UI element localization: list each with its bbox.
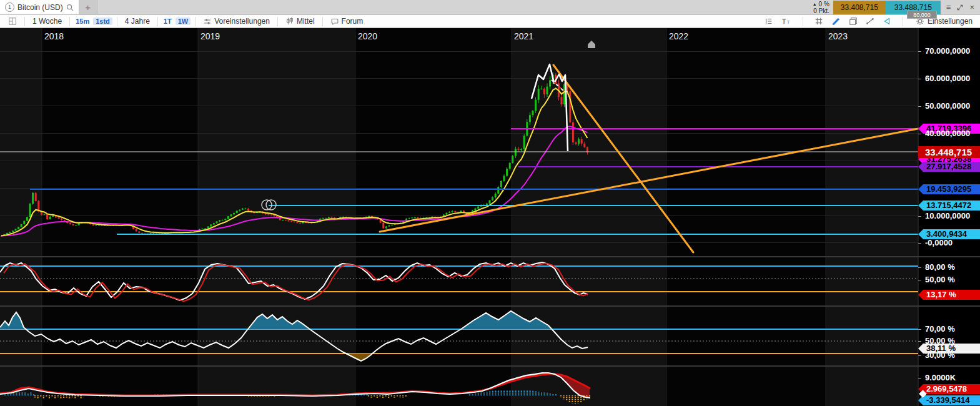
toolbar-separator (277, 17, 278, 26)
axis-tick-label: 70.000,0000 (918, 46, 970, 56)
tab-strip-spacer (97, 0, 813, 14)
draw-pen-icon[interactable] (831, 17, 841, 26)
toolbar-separator (157, 17, 158, 26)
axis-value-badge[interactable]: 13,17 % (918, 290, 980, 300)
bid-price-box[interactable]: 33.408,715 (833, 1, 886, 14)
menu-icon[interactable]: ≡ (946, 3, 951, 11)
change-points: 0 Pkt. (813, 7, 829, 14)
toolbar-separator (903, 17, 903, 26)
axis-value-badge[interactable]: 33.448,715 (918, 146, 980, 158)
axis-value-badge[interactable]: 13.715,4472 (918, 201, 980, 210)
average-button[interactable]: Mittel (281, 15, 319, 27)
change-indicator: ▲ 0 % 0 Pkt. (813, 0, 833, 14)
axis-tick-label: 10.000,0000 (918, 211, 970, 220)
close-icon[interactable]: × (969, 3, 974, 11)
range-button[interactable]: 4 Jahre (121, 15, 154, 27)
pane-layout-icon (8, 17, 17, 26)
layers-icon[interactable] (849, 17, 858, 26)
toolbar-separator (803, 17, 803, 26)
change-percent: 0 % (819, 1, 829, 7)
year-label: 2020 (358, 31, 377, 41)
chart-area: 201820192020202120222023 70.000,000060.0… (0, 28, 980, 406)
change-up-arrow-icon: ▲ (813, 2, 817, 6)
add-tab-button[interactable]: + (79, 0, 97, 14)
instrument-tab[interactable]: 1 Bitcoin (USD) (0, 0, 79, 14)
tab-strip: 1 Bitcoin (USD) + ▲ 0 % 0 Pkt. 33.408,71… (0, 0, 980, 15)
depth-list-icon[interactable] (765, 17, 773, 26)
year-label: 2023 (828, 31, 848, 41)
trading-app-window: 1 Bitcoin (USD) + ▲ 0 % 0 Pkt. 33.408,71… (0, 0, 980, 406)
forum-label: Forum (342, 17, 364, 26)
tab-index-badge: 1 (5, 2, 14, 12)
axis-tick-label: 9.0000K (918, 373, 956, 382)
axis-tick-label: 50,00 % (918, 275, 955, 284)
chart-toolbar: 1 Woche 15m 1std 4 Jahre 1T 1W Voreinste… (0, 15, 980, 28)
year-label: 2018 (44, 31, 64, 41)
price-axis[interactable]: 70.000,000060.000,000050.000,000041.719,… (918, 28, 980, 406)
year-label: 2022 (669, 31, 688, 41)
window-controls: ≡ × (941, 0, 980, 14)
year-label: 2021 (514, 31, 533, 41)
measure-tool-icon[interactable] (866, 17, 874, 26)
axis-value-badge[interactable]: 38,11 % (918, 344, 980, 354)
axis-value-badge[interactable]: 2.969,5478 (918, 384, 980, 394)
interval-15m-button[interactable]: 15m (73, 17, 92, 25)
axis-tick-label: 80,00 % (918, 262, 955, 272)
toolbar-separator (195, 17, 196, 26)
axis-value-badge[interactable]: 19.453,9295 (918, 184, 980, 194)
axis-value-badge[interactable]: 27.917,4528 (918, 162, 980, 172)
toolbar-right-group: TT Einstellungen (765, 17, 976, 26)
year-label: 2019 (200, 31, 220, 41)
speech-bubble-icon (330, 17, 339, 26)
candlestick-icon (285, 17, 294, 26)
axis-tick-label: -0,0000 (918, 238, 953, 247)
shape-tool-icon[interactable] (883, 17, 891, 26)
period-button[interactable]: 1 Woche (28, 15, 66, 27)
chart-canvas[interactable]: 201820192020202120222023 (0, 28, 980, 406)
svg-text:T: T (782, 17, 786, 25)
axis-value-badge[interactable]: -3.339,5414 (918, 395, 980, 405)
average-label: Mittel (297, 17, 315, 26)
search-icon[interactable] (66, 4, 74, 11)
quick-range-1w-button[interactable]: 1W (176, 17, 191, 25)
axis-tick-label: 60.000,0000 (918, 74, 970, 83)
presets-label: Voreinstellungen (214, 17, 270, 26)
axis-tick-label: 40.000,0000 (918, 129, 970, 138)
detach-window-icon[interactable] (956, 4, 964, 11)
forum-button[interactable]: Forum (326, 15, 368, 27)
toolbar-separator (117, 17, 117, 26)
axis-tick-label: 70,00 % (918, 324, 955, 334)
svg-text:T: T (787, 20, 790, 24)
toolbar-separator (24, 17, 25, 26)
toolbar-separator (69, 17, 70, 26)
tab-title: Bitcoin (USD) (17, 3, 63, 12)
quick-range-1t-button[interactable]: 1T (161, 17, 174, 25)
presets-button[interactable]: Voreinstellungen (199, 15, 274, 27)
grid-icon[interactable] (814, 17, 823, 26)
text-tool-icon[interactable]: TT (781, 17, 791, 26)
toolbar-separator (322, 17, 323, 26)
layout-button[interactable] (4, 15, 21, 27)
spread-badge: 80,000 (907, 11, 937, 19)
sliders-icon (203, 17, 212, 26)
axis-tick-label: 50.000,0000 (918, 101, 970, 111)
interval-1std-button[interactable]: 1std (93, 17, 112, 25)
